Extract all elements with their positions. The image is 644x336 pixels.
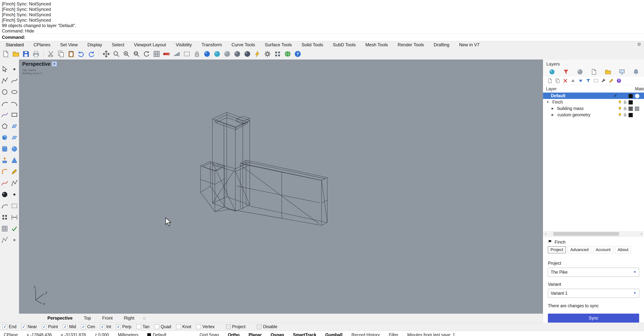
zoom-dynamic-button[interactable] (112, 50, 120, 58)
toolbar-tab-drafting[interactable]: Drafting (429, 42, 454, 48)
viewport-tab-right[interactable]: Right (118, 316, 140, 321)
layer-visibility-bulb-icon[interactable] (618, 112, 622, 118)
libraries-tab[interactable] (604, 68, 611, 75)
rotate-view-button[interactable] (142, 50, 150, 58)
toolbar-tab-surface-tools[interactable]: Surface Tools (260, 42, 296, 48)
arc-blend-tool-button[interactable] (0, 202, 9, 210)
sphere-tool-button[interactable] (10, 145, 18, 153)
material-column-header[interactable]: Mate (635, 86, 644, 92)
viewport-tab-perspective[interactable]: Perspective (42, 316, 78, 321)
surface-plane-tool-button[interactable] (10, 122, 18, 130)
sync-button[interactable]: Sync (548, 314, 639, 322)
ellipse-tool-button[interactable] (10, 88, 18, 96)
redo-button[interactable] (87, 50, 95, 58)
toolbar-tab-new-in-v7[interactable]: New in V7 (454, 42, 484, 48)
layer-color-swatch[interactable] (628, 106, 633, 111)
osnap-point[interactable]: ✓Point (42, 324, 58, 329)
toolbar-tab-render-tools[interactable]: Render Tools (393, 42, 429, 48)
osnap-disable[interactable]: Disable (257, 324, 278, 329)
scroll-right-icon[interactable]: › (639, 232, 644, 236)
render-preview-button[interactable] (203, 50, 211, 58)
zoom-in-button[interactable] (122, 50, 130, 58)
viewport-canvas[interactable]: Perspective ▼ Site: NaN% Building count:… (19, 60, 543, 314)
offset-tool-button[interactable] (10, 179, 18, 187)
status-osnap-toggle[interactable]: Osnap (271, 332, 284, 336)
arc2-tool-button[interactable] (10, 99, 18, 108)
sketch-tool-button[interactable] (10, 168, 18, 176)
layers-tab[interactable] (562, 68, 569, 75)
toolbar-tab-transform[interactable]: Transform (197, 42, 226, 48)
point2-tool-button[interactable] (10, 236, 18, 244)
status-grid-snap-toggle[interactable]: Grid Snap (200, 332, 219, 336)
arc-tool-button[interactable] (0, 99, 9, 108)
viewport-tab-front[interactable]: Front (96, 316, 118, 321)
save-button[interactable] (22, 50, 30, 58)
shade-button[interactable] (173, 50, 181, 58)
osnap-cen[interactable]: ✓Cen (81, 324, 95, 329)
filter-layers-button[interactable] (586, 78, 591, 84)
viewport-title[interactable]: Perspective (22, 61, 50, 67)
circle-tool-button[interactable] (0, 88, 9, 96)
toolbar-tab-select[interactable]: Select (107, 42, 129, 48)
new-viewport-icon[interactable]: ◇ (140, 316, 146, 320)
cone-tool-button[interactable] (10, 156, 18, 164)
osnap-tan[interactable]: Tan (136, 324, 150, 329)
freeform-curve-tool-button[interactable] (0, 111, 9, 119)
notifications-tab[interactable] (632, 68, 639, 75)
project-select[interactable]: The Pike ▼ (548, 268, 639, 277)
plane-tool-button[interactable] (10, 134, 18, 142)
cplane-grid-button[interactable] (153, 50, 160, 58)
layers-horizontal-scrollbar[interactable]: ‹ › (543, 231, 644, 236)
package-manager-button[interactable] (284, 50, 292, 58)
status-gumball-toggle[interactable]: Gumball (325, 332, 342, 336)
toolbar-tab-subd-tools[interactable]: SubD Tools (328, 42, 360, 48)
array-button[interactable] (274, 50, 282, 58)
smarttrack-button[interactable] (254, 50, 261, 58)
lock-objects-button[interactable] (193, 50, 201, 58)
toolbar-tab-curve-tools[interactable]: Curve Tools (226, 42, 260, 48)
status-smarttrack-toggle[interactable]: SmartTrack (293, 332, 316, 336)
paste-button[interactable] (67, 50, 75, 58)
layer-material-swatch[interactable] (635, 106, 639, 111)
finch-tab-about[interactable]: About (615, 246, 631, 253)
move-layer-down-button[interactable] (578, 78, 583, 84)
print-button[interactable] (32, 50, 40, 58)
delete-layer-button[interactable] (562, 78, 568, 84)
osnap-vertex[interactable]: Vertex (196, 324, 214, 329)
mesh-sphere-tool-button[interactable] (0, 190, 9, 198)
toolbar-tab-visibility[interactable]: Visibility (171, 42, 196, 48)
viewport-menu-button[interactable]: ▼ (52, 61, 57, 67)
ghosted-display-button[interactable] (223, 50, 231, 58)
check-tool-button[interactable] (10, 224, 18, 233)
display-tab[interactable] (576, 68, 583, 75)
layer-state-button[interactable] (593, 78, 599, 84)
hidden-rect-tool-button[interactable] (10, 202, 18, 210)
toolbar-tab-display[interactable]: Display (82, 42, 107, 48)
zoom-window-button[interactable] (132, 50, 140, 58)
array-tool-button[interactable] (0, 213, 9, 222)
pan-view-button[interactable] (102, 50, 110, 58)
notes-tab[interactable] (590, 68, 597, 75)
rendered-display-button[interactable] (244, 50, 251, 58)
layer-row-custom-geometry[interactable]: ▶ custom geometry (543, 112, 644, 118)
new-layer-button[interactable] (547, 78, 553, 84)
osnap-quad[interactable]: Quad (154, 324, 171, 329)
layer-visibility-bulb-icon[interactable] (618, 106, 622, 112)
osnap-int[interactable]: ✓Int (100, 324, 111, 329)
layer-row-default[interactable]: Default ✓ (543, 92, 644, 99)
pipe-button[interactable] (163, 50, 170, 58)
osnap-mid[interactable]: ✓Mid (63, 324, 76, 329)
extrude-tool-button[interactable] (0, 156, 9, 164)
layer-pen-button[interactable] (608, 78, 614, 84)
command-history[interactable]: [Finch] Sync: NotSynced [Finch] Sync: No… (0, 0, 644, 34)
status-current-layer-button[interactable]: Default (147, 332, 166, 336)
status-planar-toggle[interactable]: Planar (248, 332, 262, 336)
layer-lock-icon[interactable] (623, 100, 627, 105)
undo-button[interactable] (77, 50, 85, 58)
toolbar-tab-mesh-tools[interactable]: Mesh Tools (360, 42, 393, 48)
red-curve-tool-button[interactable] (0, 179, 9, 187)
finch-tab-project[interactable]: Project (548, 246, 566, 253)
layer-column-header[interactable]: Layer (546, 86, 557, 92)
layer-tools-button[interactable] (601, 78, 606, 84)
command-prompt[interactable]: Command: (0, 34, 644, 41)
